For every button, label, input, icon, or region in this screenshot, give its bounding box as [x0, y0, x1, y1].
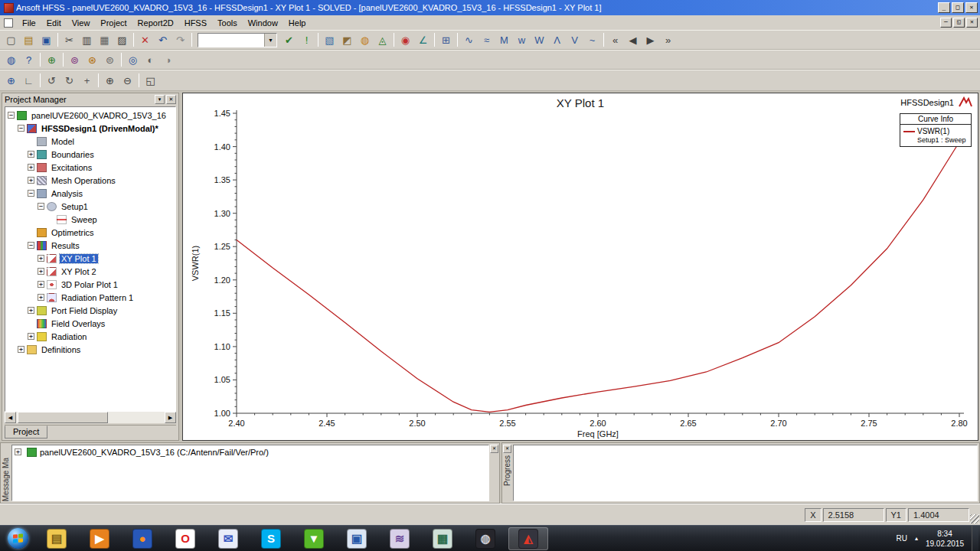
field-plot-button[interactable]: ◩: [338, 31, 356, 48]
optimetrics-analysis-button[interactable]: ◍: [356, 31, 374, 48]
next-sweep-button[interactable]: ▶: [642, 31, 659, 48]
open-button[interactable]: ▤: [20, 31, 38, 48]
view-orientation-button[interactable]: ⊕: [2, 72, 20, 89]
mesh-settings-button[interactable]: ◬: [374, 31, 391, 48]
message-manager-caption[interactable]: Message Ma: [1, 443, 11, 503]
expand-icon[interactable]: +: [28, 164, 34, 171]
redo-button[interactable]: ↷: [172, 31, 189, 48]
taskbar-em-simulator[interactable]: ≋: [380, 527, 420, 550]
collapse-icon[interactable]: −: [8, 112, 15, 119]
close-button[interactable]: ✕: [965, 2, 978, 13]
analyze-all-button[interactable]: !: [298, 31, 315, 48]
solution-setup-combo[interactable]: ▼: [198, 33, 277, 47]
taskbar-mail[interactable]: ✉: [208, 527, 248, 550]
report-stacked-button[interactable]: ≈: [478, 31, 495, 48]
language-indicator[interactable]: RU: [896, 534, 906, 543]
measure-angle-button[interactable]: ∠: [414, 31, 432, 48]
tree-item[interactable]: +Radiation Pattern 1: [5, 291, 175, 304]
copy-button[interactable]: ▥: [78, 31, 96, 48]
menu-window[interactable]: Window: [243, 17, 283, 29]
expand-icon[interactable]: +: [28, 307, 34, 314]
message-project-row[interactable]: + panelUVE2600_KVADRO_15V3_16 (C:/Antenn…: [12, 445, 488, 458]
first-sweep-button[interactable]: «: [606, 31, 624, 48]
scro ll-right-button[interactable]: ▶: [165, 412, 176, 423]
solve-setup1-button[interactable]: ⊚: [66, 51, 83, 68]
report-smith-button[interactable]: w: [513, 31, 531, 48]
project-manager-header[interactable]: Project Manager ▾ ✕: [2, 93, 178, 106]
menu-view[interactable]: View: [67, 17, 96, 29]
tree-item[interactable]: −panelUVE2600_KVADRO_15V3_16: [5, 109, 175, 122]
report-rectangular-button[interactable]: ∿: [460, 31, 478, 48]
tree-item[interactable]: −Results: [5, 239, 175, 252]
legend[interactable]: Curve Info VSWR(1) Setup1 : Sweep: [900, 113, 972, 147]
expand-icon[interactable]: +: [15, 448, 21, 455]
coordinate-system-button[interactable]: ∟: [20, 72, 38, 89]
xy-plot-canvas[interactable]: 2.402.452.502.552.602.652.702.752.801.00…: [183, 93, 978, 440]
array-view-button[interactable]: ◐: [142, 51, 159, 68]
clock[interactable]: 8:34 19.02.2015: [926, 529, 964, 549]
solve-setup3-button[interactable]: ⊜: [101, 51, 119, 68]
antenna-params-button[interactable]: ◑: [159, 51, 177, 68]
expand-icon[interactable]: +: [28, 333, 34, 340]
start-button[interactable]: [8, 528, 28, 549]
radiation-sphere-button[interactable]: ◎: [124, 51, 142, 68]
save-button[interactable]: ▣: [38, 31, 55, 48]
pin-button[interactable]: ▾: [155, 95, 165, 104]
mdi-minimize-button[interactable]: —: [940, 18, 952, 28]
tree-horizontal-scrollbar[interactable]: ◀ ▶: [5, 412, 176, 423]
tree-item[interactable]: +Port Field Display: [5, 304, 175, 317]
fit-all-button[interactable]: ◱: [142, 72, 159, 89]
taskbar-firefox[interactable]: ●: [122, 527, 162, 550]
report-data-table-button[interactable]: ~: [583, 31, 601, 48]
tree-item[interactable]: −Setup1: [5, 200, 175, 213]
hidden-icons-arrow[interactable]: ▴: [915, 535, 918, 542]
collapse-icon[interactable]: −: [18, 125, 24, 132]
tree-item[interactable]: Optimetrics: [5, 226, 175, 239]
taskbar-skype[interactable]: S: [251, 527, 291, 550]
zoom-in-button[interactable]: ⊕: [101, 72, 119, 89]
tree-item[interactable]: +Boundaries: [5, 148, 175, 161]
scroll-track[interactable]: [16, 412, 165, 423]
maximize-button[interactable]: □: [952, 2, 964, 13]
panel-close-button[interactable]: ✕: [166, 95, 176, 104]
menu-edit[interactable]: Edit: [41, 17, 67, 29]
expand-icon[interactable]: +: [38, 255, 44, 262]
expand-icon[interactable]: +: [28, 177, 34, 184]
3d-components-button[interactable]: ◍: [2, 51, 20, 68]
report-polar-button[interactable]: M: [495, 31, 513, 48]
taskbar-explorer[interactable]: ▤: [37, 527, 77, 550]
report-3d-button[interactable]: Λ: [548, 31, 566, 48]
minimize-button[interactable]: _: [938, 2, 950, 13]
browse-solutions-button[interactable]: ◉: [397, 31, 414, 48]
expand-icon[interactable]: +: [38, 281, 44, 288]
last-sweep-button[interactable]: »: [659, 31, 677, 48]
tree-item[interactable]: +XY Plot 1: [5, 252, 175, 265]
taskbar-media-player[interactable]: ▶: [80, 527, 119, 550]
solution-data-button[interactable]: ▧: [321, 31, 338, 48]
tree-item[interactable]: +XY Plot 2: [5, 265, 175, 278]
context-help-button[interactable]: ?: [20, 51, 38, 68]
expand-icon[interactable]: +: [28, 151, 34, 158]
expand-icon[interactable]: +: [38, 268, 44, 275]
show-boundaries-button[interactable]: ⊕: [43, 51, 60, 68]
rotate-view-button[interactable]: ↺: [43, 72, 60, 89]
tree-item[interactable]: +3D Polar Plot 1: [5, 278, 175, 291]
progress-close-button[interactable]: ✕: [503, 445, 511, 453]
expand-icon[interactable]: +: [38, 294, 44, 301]
tab-project[interactable]: Project: [5, 425, 47, 439]
menu-help[interactable]: Help: [283, 17, 312, 29]
message-close-button[interactable]: ✕: [490, 445, 498, 453]
menu-project[interactable]: Project: [95, 17, 132, 29]
taskbar-opera-next[interactable]: ◍: [466, 527, 505, 550]
tree-item[interactable]: −HFSSDesign1 (DrivenModal)*: [5, 122, 175, 135]
menu-report2d[interactable]: Report2D: [132, 17, 179, 29]
undo-button[interactable]: ↶: [154, 31, 172, 48]
collapse-icon[interactable]: −: [28, 242, 34, 249]
print-button[interactable]: ▨: [113, 31, 131, 48]
tree-item[interactable]: Model: [5, 135, 175, 148]
report-histogram-button[interactable]: V: [566, 31, 583, 48]
expand-icon[interactable]: +: [18, 346, 24, 353]
taskbar-backup-tool[interactable]: ▣: [337, 527, 377, 550]
tree-item[interactable]: +Definitions: [5, 343, 175, 356]
mdi-close-button[interactable]: ✕: [966, 18, 978, 28]
